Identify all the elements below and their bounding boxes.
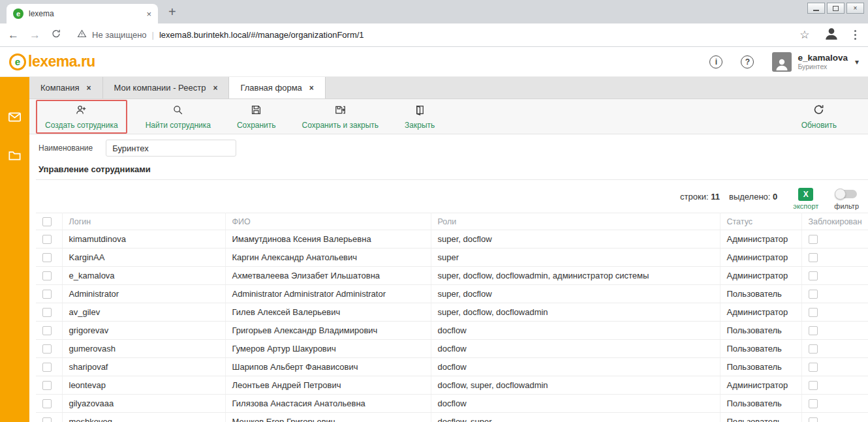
- chevron-down-icon[interactable]: ▾: [855, 57, 859, 67]
- row-select-cell[interactable]: [36, 340, 62, 358]
- row-checkbox[interactable]: [42, 253, 52, 262]
- cell-blocked[interactable]: [801, 249, 868, 267]
- tab-my-companies-registry[interactable]: Мои компании - Реестр ×: [103, 77, 230, 98]
- row-checkbox[interactable]: [42, 399, 52, 408]
- column-roles[interactable]: Роли: [431, 213, 720, 230]
- blocked-checkbox[interactable]: [809, 235, 818, 244]
- blocked-checkbox[interactable]: [809, 417, 818, 422]
- row-checkbox[interactable]: [42, 235, 52, 244]
- blocked-checkbox[interactable]: [809, 326, 818, 335]
- cell-blocked[interactable]: [801, 303, 868, 322]
- browser-profile-icon[interactable]: [823, 25, 840, 45]
- table-row[interactable]: KarginAA Каргин Александр Анатольевич su…: [36, 249, 868, 267]
- table-row[interactable]: gilyazovaaa Гилязова Анастасия Анатольев…: [36, 395, 868, 413]
- row-checkbox[interactable]: [42, 417, 52, 422]
- cell-blocked[interactable]: [801, 376, 868, 395]
- security-label[interactable]: Не защищено: [92, 30, 147, 40]
- cell-blocked[interactable]: [801, 395, 868, 413]
- cell-blocked[interactable]: [801, 340, 868, 358]
- blocked-checkbox[interactable]: [809, 271, 818, 280]
- url-text[interactable]: lexema8.burintekh.local/#/manage/organiz…: [159, 30, 364, 40]
- bookmark-star-icon[interactable]: ☆: [799, 28, 809, 42]
- save-and-close-button[interactable]: Сохранить и закрыть: [294, 101, 386, 132]
- row-select-cell[interactable]: [36, 267, 62, 285]
- close-form-button[interactable]: Закрыть: [397, 101, 442, 132]
- row-select-cell[interactable]: [36, 358, 62, 376]
- tab-close-icon[interactable]: ×: [87, 83, 91, 93]
- new-tab-button[interactable]: +: [168, 5, 176, 20]
- cell-blocked[interactable]: [801, 267, 868, 285]
- browser-refresh-icon[interactable]: [51, 29, 61, 42]
- create-employee-button[interactable]: Создать сотрудника: [36, 100, 127, 134]
- name-input[interactable]: [106, 140, 236, 157]
- info-icon[interactable]: i: [709, 55, 722, 68]
- close-window-button[interactable]: ×: [846, 3, 864, 14]
- cell-blocked[interactable]: [801, 358, 868, 376]
- cell-blocked[interactable]: [801, 413, 868, 422]
- cell-blocked[interactable]: [801, 285, 868, 303]
- table-row[interactable]: kimamutdinova Имамутдинова Ксения Валерь…: [36, 230, 868, 249]
- blocked-checkbox[interactable]: [809, 363, 818, 372]
- blocked-checkbox[interactable]: [809, 253, 818, 262]
- table-row[interactable]: grigorevav Григорьев Александр Владимиро…: [36, 322, 868, 340]
- row-checkbox[interactable]: [42, 326, 52, 335]
- row-checkbox[interactable]: [42, 381, 52, 390]
- row-select-cell[interactable]: [36, 376, 62, 395]
- row-checkbox[interactable]: [42, 344, 52, 354]
- select-all-cell[interactable]: [36, 213, 62, 230]
- table-row[interactable]: gumerovash Гумеров Артур Шакурович docfl…: [36, 340, 868, 358]
- row-select-cell[interactable]: [36, 249, 62, 267]
- tab-close-icon[interactable]: ×: [309, 83, 314, 93]
- rows-count: строки: 11: [680, 192, 720, 202]
- row-checkbox[interactable]: [42, 308, 52, 317]
- select-all-checkbox[interactable]: [42, 217, 52, 226]
- blocked-checkbox[interactable]: [809, 290, 818, 299]
- table-row[interactable]: Administrator Administrator Administrato…: [36, 285, 868, 303]
- export-button[interactable]: X экспорт: [793, 188, 818, 210]
- cell-blocked[interactable]: [801, 230, 868, 249]
- cell-blocked[interactable]: [801, 322, 868, 340]
- table-row[interactable]: leontevap Леонтьев Андрей Петрович docfl…: [36, 376, 868, 395]
- mail-icon[interactable]: [7, 110, 22, 127]
- row-select-cell[interactable]: [36, 413, 62, 422]
- user-menu[interactable]: e_kamalova Буринтех ▾: [772, 52, 859, 72]
- row-select-cell[interactable]: [36, 230, 62, 249]
- column-blocked[interactable]: Заблокирован: [801, 213, 868, 230]
- page-content: Компания × Мои компании - Реестр × Главн…: [29, 77, 868, 422]
- table-row[interactable]: av_gilev Гилев Алексей Валерьевич super,…: [36, 303, 868, 322]
- row-checkbox[interactable]: [42, 271, 52, 280]
- save-button[interactable]: Сохранить: [229, 101, 284, 132]
- tab-close-icon[interactable]: ×: [146, 9, 151, 19]
- table-row[interactable]: e_kamalova Ахметвалеева Элизабет Ильшато…: [36, 267, 868, 285]
- table-row[interactable]: meshkoveg Мешков Егор Григорьевич docflo…: [36, 413, 868, 422]
- minimize-button[interactable]: [807, 3, 825, 14]
- row-select-cell[interactable]: [36, 395, 62, 413]
- column-status[interactable]: Статус: [720, 213, 801, 230]
- row-select-cell[interactable]: [36, 285, 62, 303]
- forward-icon[interactable]: →: [29, 29, 40, 40]
- blocked-checkbox[interactable]: [809, 399, 818, 408]
- filter-toggle[interactable]: [836, 190, 857, 198]
- row-select-cell[interactable]: [36, 303, 62, 322]
- url-bar[interactable]: Не защищено | lexema8.burintekh.local/#/…: [72, 29, 789, 41]
- tab-close-icon[interactable]: ×: [213, 83, 217, 93]
- table-row[interactable]: sharipovaf Шарипов Альберт Фанависович d…: [36, 358, 868, 376]
- maximize-button[interactable]: [827, 3, 845, 14]
- column-fio[interactable]: ФИО: [225, 213, 431, 230]
- blocked-checkbox[interactable]: [809, 344, 818, 354]
- find-employee-button[interactable]: Найти сотрудника: [138, 101, 219, 132]
- refresh-button[interactable]: Обновить: [794, 101, 845, 132]
- row-checkbox[interactable]: [42, 290, 52, 299]
- help-icon[interactable]: ?: [741, 55, 754, 68]
- row-select-cell[interactable]: [36, 322, 62, 340]
- column-login[interactable]: Логин: [62, 213, 225, 230]
- blocked-checkbox[interactable]: [809, 308, 818, 317]
- folder-icon[interactable]: [7, 148, 22, 166]
- tab-main-form[interactable]: Главная форма ×: [229, 77, 325, 98]
- browser-tab[interactable]: e lexema ×: [7, 4, 158, 23]
- back-icon[interactable]: ←: [8, 29, 19, 40]
- browser-menu-icon[interactable]: [850, 30, 861, 40]
- blocked-checkbox[interactable]: [809, 381, 818, 390]
- tab-company[interactable]: Компания ×: [29, 77, 103, 98]
- row-checkbox[interactable]: [42, 363, 52, 372]
